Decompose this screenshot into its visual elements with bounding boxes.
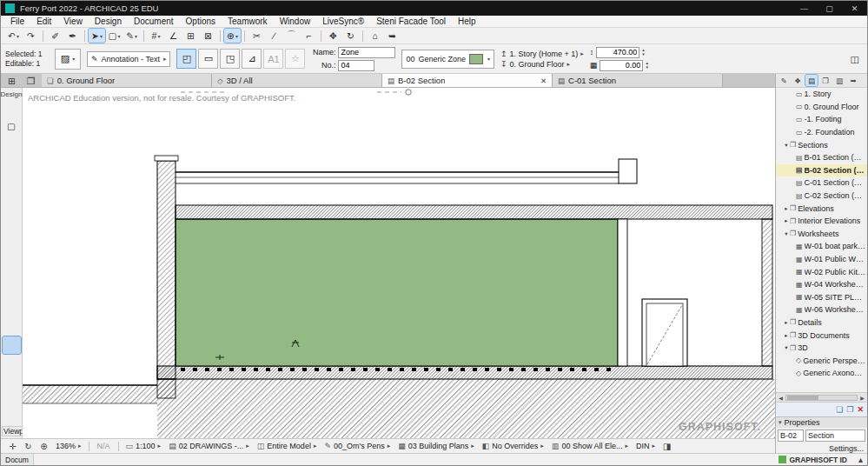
infobox-panel-options-button[interactable]: ◫ — [846, 52, 863, 66]
toolbar-button[interactable]: ⊠ — [200, 29, 216, 43]
tool-button[interactable] — [3, 190, 21, 208]
tree-item[interactable]: ▸ ❐ Details — [776, 316, 867, 330]
tree-item[interactable]: ▭ -1. Footing — [776, 113, 867, 126]
expand-arrow-icon[interactable]: ▾ — [783, 230, 790, 237]
standard-control[interactable]: DIN ▸ — [633, 442, 658, 450]
tree-item[interactable]: ▭ 1. Story — [776, 88, 867, 101]
menu-item[interactable]: File — [4, 17, 30, 26]
tool-button[interactable]: ▢ — [3, 117, 21, 135]
tool-button[interactable] — [3, 318, 21, 336]
navigator-header-button[interactable]: ▤ — [805, 75, 818, 86]
menu-item[interactable]: Options — [180, 17, 222, 26]
tool-button[interactable] — [3, 99, 21, 116]
tree-item[interactable]: ▸ ❐ 3D Documents — [776, 329, 867, 342]
tree-item[interactable]: ▸ ❐ Elevations — [776, 202, 867, 215]
tree-item[interactable]: ▦ W-02 Public Kitchen (... — [776, 265, 867, 278]
tree-item[interactable]: ▤ B-02 Section (Auto-r... — [776, 164, 867, 177]
height-spinner[interactable]: ▴▾ — [642, 48, 645, 57]
document-palette-tab[interactable]: Docum — [1, 454, 34, 465]
ground-left[interactable] — [23, 385, 157, 403]
zone-height-input[interactable] — [596, 47, 639, 58]
toolbar-button[interactable]: ∠ — [165, 29, 182, 43]
interior-wall[interactable] — [618, 219, 627, 366]
tree-item[interactable]: ◇ Generic Perspective — [776, 354, 867, 367]
reference-story-row[interactable]: ↧ 0. Ground Floor ▸ — [500, 60, 584, 69]
favorites-star-button[interactable]: ☆ — [285, 49, 305, 69]
zone-reference-button[interactable]: ⊿ — [242, 49, 262, 69]
tree-item[interactable]: ◇ Generic Axonometry — [776, 367, 867, 380]
left-wall[interactable] — [157, 161, 176, 379]
collapse-icon[interactable]: ▴ — [854, 455, 867, 464]
tree-item[interactable]: ▦ W-04 Worksheet (Ind... — [776, 278, 867, 291]
navigator-action-button[interactable]: ❏ — [836, 405, 843, 414]
navigator-action-button[interactable]: ✕ — [857, 405, 864, 414]
toolbar-button[interactable]: ✐ — [47, 29, 63, 43]
zone-category-combo[interactable]: 00 Generic Zone ▾ — [401, 50, 494, 69]
minimize-icon[interactable]: — — [792, 1, 817, 16]
tool-button[interactable] — [3, 245, 21, 263]
menu-item[interactable]: Document — [128, 17, 180, 26]
tool-button[interactable] — [3, 172, 21, 190]
zoom-fit-icon[interactable]: ⊕ — [37, 442, 50, 451]
navigator-header-button[interactable]: ✎ — [778, 75, 790, 86]
zone-geometry-polygon-button[interactable]: ◰ — [176, 49, 196, 69]
tree-item[interactable]: ▤ C-02 Section (Auto-re... — [776, 190, 867, 203]
toolbar-button[interactable]: ⌐ — [301, 29, 317, 43]
offset-spinner[interactable]: ▴▾ — [646, 61, 648, 70]
menu-item[interactable]: Design — [89, 17, 128, 26]
menu-item[interactable]: View — [57, 17, 89, 26]
zone-number-input[interactable] — [338, 60, 374, 71]
view-tab[interactable]: ❏ 0. Ground Floor — [42, 74, 212, 87]
tree-item[interactable]: ▤ B-01 Section (Auto-re... — [776, 151, 867, 164]
spinner-down-icon[interactable]: ▾ — [642, 52, 645, 57]
scale-control[interactable]: ▭ 1:100 ▸ — [123, 442, 164, 450]
tool-button[interactable] — [3, 373, 21, 390]
toolbar-button[interactable]: ➤ ▾ — [89, 29, 105, 43]
tabbar-tool-button[interactable]: ⊞ — [3, 74, 20, 88]
model-filter-control[interactable]: ◫ Entire Model ▸ — [255, 442, 320, 450]
toolbar-button[interactable]: ↻ — [342, 29, 359, 43]
menu-item[interactable]: LiveSync® — [316, 17, 370, 26]
zone-bottom-offset-input[interactable] — [600, 60, 643, 71]
toolbar-button[interactable]: ✒ — [64, 29, 81, 43]
maximize-icon[interactable]: ▢ — [817, 1, 842, 16]
expand-arrow-icon[interactable]: ▾ — [783, 344, 790, 351]
tree-item[interactable]: ▾ ❐ Sections — [776, 138, 867, 151]
zone-name-input[interactable] — [338, 47, 395, 58]
tree-item[interactable]: ▭ 0. Ground Floor — [776, 101, 867, 114]
overrides-control[interactable]: ◧ No Overrides ▸ — [480, 442, 547, 450]
close-icon[interactable]: ✕ — [842, 1, 867, 16]
renovation-filter-icon[interactable]: ◨ — [660, 442, 673, 451]
pen-set-control[interactable]: ✎ 00_Om's Pens ▸ — [321, 442, 393, 450]
toolbar-button[interactable]: # ▾ — [148, 29, 164, 43]
orbit-icon[interactable]: ↻ — [22, 442, 35, 451]
tree-item[interactable]: ▾ ❐ 3D — [776, 342, 867, 355]
roof-slab[interactable] — [176, 205, 772, 219]
tool-button[interactable] — [3, 154, 21, 171]
expand-arrow-icon[interactable]: ▸ — [783, 217, 790, 224]
navigator-header-button[interactable]: ➥ — [847, 75, 859, 86]
tree-item[interactable]: ▾ ❐ Worksheets — [776, 228, 867, 241]
navigator-header-button[interactable]: ❐ — [819, 75, 832, 86]
right-wall[interactable] — [762, 219, 772, 366]
toolbar-button[interactable]: ↶ ▾ — [5, 29, 22, 43]
menu-item[interactable]: Steni Facade Tool — [370, 17, 452, 26]
menu-item[interactable]: Edit — [30, 17, 57, 26]
layout-control[interactable]: ▦ 03 Building Plans ▸ — [395, 442, 477, 450]
tool-button[interactable] — [3, 336, 21, 354]
properties-header[interactable]: ▾ Properties — [776, 416, 867, 428]
toolbar-button[interactable]: ⌒ — [283, 29, 300, 43]
scroll-track[interactable] — [785, 395, 858, 401]
navigator-header-button[interactable]: ▥ — [833, 75, 845, 86]
tool-button[interactable] — [3, 300, 21, 317]
viewpoint-id-field[interactable]: B-02 — [778, 429, 804, 442]
tool-button[interactable] — [3, 227, 21, 244]
spinner-down-icon[interactable]: ▾ — [646, 65, 648, 70]
scroll-left-icon[interactable]: ◀ — [776, 395, 785, 401]
toolbar-button[interactable]: ⌂ — [367, 29, 383, 43]
expand-arrow-icon[interactable]: ▸ — [783, 205, 790, 212]
tree-item[interactable]: ▦ W-01 boat park (Inde... — [776, 240, 867, 253]
zone-geometry-rotated-button[interactable]: ◳ — [220, 49, 240, 69]
home-story-row[interactable]: ↥ 1. Story (Home + 1) ▸ — [500, 50, 584, 58]
tree-item[interactable]: ▸ ❐ Interior Elevations — [776, 215, 867, 228]
